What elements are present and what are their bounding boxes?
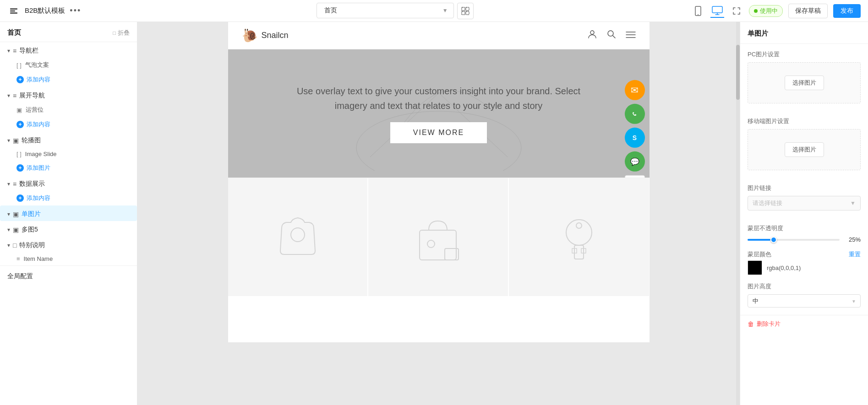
hero-banner: Use overlay text to give your customers …	[228, 49, 650, 178]
page-selector-label: 首页	[324, 6, 337, 15]
height-select[interactable]: 中	[748, 294, 861, 308]
color-section-title: 蒙层颜色	[748, 250, 771, 259]
status-dot	[754, 9, 758, 13]
save-draft-button[interactable]: 保存草稿	[788, 4, 828, 18]
fold-icon: □	[113, 30, 116, 36]
opacity-section-title: 蒙层不透明度	[740, 218, 868, 236]
hero-text-line2: imagery and text that relates to your st…	[297, 98, 580, 113]
marquee-select-button[interactable]	[457, 3, 474, 19]
special-section-icon: □	[13, 242, 16, 249]
section-toggle-icon4: ▾	[7, 181, 10, 187]
scroll-to-top-button[interactable]: ↑	[625, 175, 645, 178]
canvas-nav: 🐌 Snailcn	[228, 22, 650, 49]
section-header-nav[interactable]: ▾ ≡ 导航栏	[0, 42, 137, 58]
canvas-area: 🐌 Snailcn	[137, 22, 740, 405]
link-selector-arrow-icon: ▼	[850, 200, 856, 206]
section-header-expand-nav[interactable]: ▾ ≡ 展开导航	[0, 87, 137, 103]
svg-rect-4	[466, 7, 469, 11]
sidebar-item-item-name[interactable]: ≡ Item Name	[0, 252, 137, 265]
svg-point-18	[427, 240, 435, 248]
sidebar: 首页 □ 折叠 ▾ ≡ 导航栏 [ ] 气泡文案 + 添加内容	[0, 22, 137, 405]
bubble-item-label: 气泡文案	[25, 61, 49, 69]
hero-text: Use overlay text to give your customers …	[297, 84, 580, 113]
user-icon[interactable]	[587, 29, 597, 42]
panel-title: 单图片	[740, 22, 868, 44]
section-header-multi-image[interactable]: ▾ ▣ 多图5	[0, 221, 137, 237]
sidebar-section-multi-image: ▾ ▣ 多图5	[0, 221, 137, 237]
more-menu-button[interactable]: •••	[70, 6, 81, 16]
menu-icon[interactable]	[626, 30, 636, 41]
delete-card-button[interactable]: 🗑 删除卡片	[740, 315, 868, 333]
link-section-title: 图片链接	[740, 178, 868, 196]
add-content-nav-button[interactable]: + 添加内容	[0, 72, 137, 87]
canvas-frame: 🐌 Snailcn	[228, 22, 650, 342]
hero-view-more-button[interactable]: VIEW MORE	[390, 122, 487, 143]
add-content-expand-button[interactable]: + 添加内容	[0, 117, 137, 132]
svg-rect-2	[10, 12, 17, 14]
sidebar-title: 首页	[7, 28, 21, 37]
back-button[interactable]	[7, 5, 20, 17]
skype-float-button[interactable]: S	[625, 128, 645, 148]
section-header-data[interactable]: ▾ ≡ 数据展示	[0, 175, 137, 191]
section-name-multi-image: 多图5	[22, 226, 38, 234]
sidebar-item-image-slide[interactable]: [ ] Image Slide	[0, 147, 137, 161]
pc-choose-image-button[interactable]: 选择图片	[785, 76, 824, 90]
global-config: 全局配置	[0, 265, 137, 287]
section-header-single-image[interactable]: ▾ ▣ 单图片	[0, 205, 137, 221]
canvas-scrollbar-thumb[interactable]	[736, 45, 740, 100]
link-selector[interactable]: 请选择链接 ▼	[748, 196, 861, 211]
brand-logo: 🐌 Snailcn	[242, 28, 289, 43]
sidebar-section-expand-nav: ▾ ≡ 展开导航 ▣ 运营位 + 添加内容	[0, 87, 137, 132]
image-slide-label: Image Slide	[25, 151, 57, 157]
sidebar-section-carousel: ▾ ▣ 轮播图 [ ] Image Slide + 添加图片	[0, 132, 137, 175]
color-swatch[interactable]	[748, 260, 762, 275]
product-grid	[228, 178, 650, 297]
height-row: 图片高度 中	[740, 282, 868, 315]
add-icon: +	[16, 76, 24, 83]
svg-point-8	[698, 14, 699, 15]
sidebar-section-special: ▾ □ 特别说明 ≡ Item Name	[0, 237, 137, 265]
page-selector[interactable]: 首页 ▼	[317, 3, 454, 18]
section-toggle-icon6: ▾	[7, 227, 10, 233]
main-layout: 首页 □ 折叠 ▾ ≡ 导航栏 [ ] 气泡文案 + 添加内容	[0, 22, 868, 405]
topbar-left: B2B默认模板 •••	[7, 5, 99, 17]
sidebar-section-nav: ▾ ≡ 导航栏 [ ] 气泡文案 + 添加内容	[0, 42, 137, 87]
sidebar-item-operations[interactable]: ▣ 运营位	[0, 103, 137, 117]
section-header-carousel[interactable]: ▾ ▣ 轮播图	[0, 132, 137, 147]
wechat-float-button[interactable]: 💬	[625, 151, 645, 172]
search-icon[interactable]	[606, 29, 617, 42]
svg-rect-21	[574, 245, 584, 259]
opacity-slider-thumb[interactable]	[770, 237, 777, 243]
fold-label: 折叠	[118, 29, 130, 37]
color-section-row: 蒙层颜色 重置	[740, 250, 868, 260]
publish-button[interactable]: 发布	[833, 4, 861, 18]
section-name-carousel: 轮播图	[22, 136, 41, 145]
add-image-carousel-label: 添加图片	[27, 164, 50, 172]
section-header-special[interactable]: ▾ □ 特别说明	[0, 237, 137, 252]
sidebar-item-bubble[interactable]: [ ] 气泡文案	[0, 58, 137, 72]
canvas-scrollbar[interactable]	[736, 22, 740, 405]
nav-section-icon: ≡	[13, 47, 16, 54]
height-select-wrap: 中	[748, 294, 861, 308]
bubble-item-icon: [ ]	[16, 62, 22, 69]
phone-float-button[interactable]	[625, 104, 645, 124]
color-reset-link[interactable]: 重置	[849, 250, 861, 259]
section-toggle-icon2: ▾	[7, 92, 10, 99]
brand-name: Snailcn	[262, 31, 289, 40]
mobile-choose-image-button[interactable]: 选择图片	[785, 142, 824, 157]
opacity-slider[interactable]	[748, 239, 840, 241]
desktop-device-icon[interactable]	[710, 4, 724, 18]
add-content-data-button[interactable]: + 添加内容	[0, 191, 137, 205]
brand-snail-icon: 🐌	[242, 28, 258, 43]
fullscreen-icon[interactable]	[730, 4, 743, 18]
add-content-data-label: 添加内容	[27, 194, 50, 202]
fold-button[interactable]: □ 折叠	[113, 29, 130, 37]
email-float-button[interactable]: ✉	[625, 80, 645, 100]
mobile-device-icon[interactable]	[691, 4, 705, 18]
pc-image-upload-box[interactable]: 选择图片	[748, 62, 861, 103]
add-image-carousel-button[interactable]: + 添加图片	[0, 161, 137, 175]
operations-item-icon: ▣	[16, 107, 22, 113]
mobile-image-upload-box[interactable]: 选择图片	[748, 129, 861, 170]
carousel-icon: ▣	[13, 137, 19, 144]
trash-icon: 🗑	[748, 320, 754, 328]
